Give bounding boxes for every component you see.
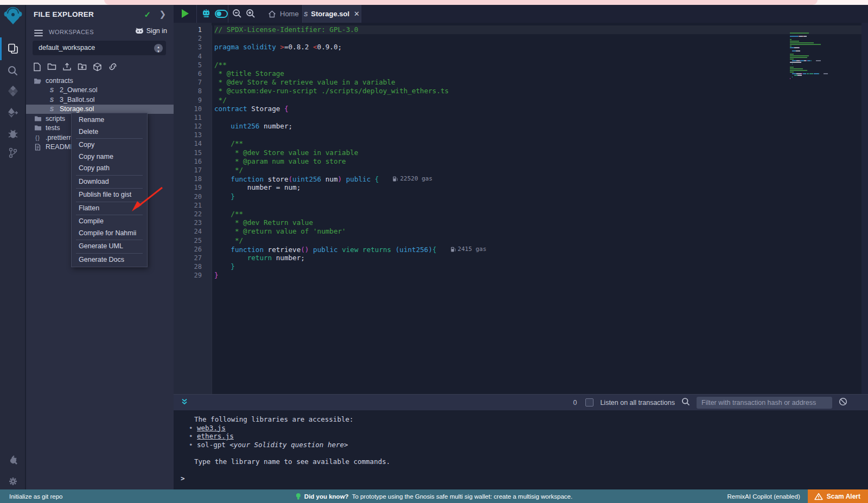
- home-icon: [268, 10, 276, 18]
- code-content: // SPDX-License-Identifier: GPL-3.0pragm…: [212, 25, 861, 394]
- tree-item-3-ballot-sol[interactable]: S3_Ballot.sol: [26, 95, 174, 105]
- folder-icon: [34, 125, 42, 131]
- line-number: 7: [174, 78, 212, 87]
- terminal[interactable]: The following libraries are accessible:•…: [174, 410, 868, 494]
- activity-rail: [0, 5, 25, 489]
- code-line-2: [214, 34, 861, 43]
- code-line-4: [214, 52, 861, 61]
- separator: [196, 5, 197, 23]
- listen-checkbox[interactable]: [585, 398, 593, 407]
- terminal-line: [174, 449, 868, 457]
- workspace-selected-value: default_workspace: [39, 44, 95, 51]
- sol-icon: S: [48, 96, 56, 103]
- code-line-26: function retrieve() public view returns …: [214, 245, 861, 254]
- line-number: 10: [174, 105, 212, 113]
- debugger-icon[interactable]: [0, 124, 25, 143]
- settings-gear-icon[interactable]: [0, 472, 25, 491]
- new-file-icon[interactable]: [33, 62, 41, 74]
- workspaces-menu-icon[interactable]: [34, 28, 43, 38]
- line-number: 27: [174, 254, 212, 262]
- library-link-web3-js[interactable]: web3.js: [197, 424, 226, 432]
- terminal-prompt[interactable]: >: [181, 474, 185, 482]
- line-number: 3: [174, 43, 212, 51]
- chevron-right-icon[interactable]: ❯: [159, 9, 166, 19]
- separator: [228, 5, 228, 23]
- tab-close-icon[interactable]: ✕: [354, 10, 360, 18]
- menu-item-generate-uml[interactable]: Generate UML: [72, 241, 147, 253]
- did-you-know-tip: Did you know? To prototype using the Gno…: [296, 493, 572, 500]
- menu-item-compile-for-nahmii[interactable]: Compile for Nahmii: [72, 228, 147, 240]
- line-number: 22: [174, 210, 212, 218]
- menu-item-rename[interactable]: Rename: [72, 114, 147, 126]
- workspace-select-arrows-icon: ▲▼: [154, 44, 163, 53]
- remix-ai-robot-icon[interactable]: [201, 8, 212, 21]
- tab-storage-sol[interactable]: S Storage.sol ✕: [302, 5, 361, 23]
- terminal-collapse-icon[interactable]: [181, 398, 188, 408]
- line-number: 2: [174, 34, 212, 43]
- tree-item-label: 3_Ballot.sol: [60, 96, 95, 104]
- upload-file-icon[interactable]: [62, 62, 72, 74]
- line-number: 6: [174, 69, 212, 78]
- zoom-in-icon[interactable]: [246, 9, 256, 21]
- toggle-knob: [216, 11, 221, 16]
- solidity-compiler-icon[interactable]: [0, 82, 25, 100]
- tip-text: To prototype using the Gnosis safe multi…: [352, 493, 573, 500]
- menu-divider: [76, 138, 143, 139]
- main-area: Home S Storage.sol ✕ 1234567891011121314…: [174, 5, 868, 489]
- menu-item-copy-name[interactable]: Copy name: [72, 151, 147, 163]
- annotation-arrow: [126, 183, 167, 216]
- minimap[interactable]: [790, 26, 851, 73]
- github-icon: [135, 27, 144, 35]
- git-icon[interactable]: [0, 144, 25, 162]
- line-number: 26: [174, 245, 212, 254]
- sign-in-button[interactable]: Sign in: [135, 27, 167, 35]
- file-icon: [34, 144, 42, 151]
- scam-alert-label: Scam Alert: [827, 493, 860, 500]
- workspaces-row: WORKSPACES Sign in: [26, 27, 174, 38]
- code-line-6: * @title Storage: [214, 69, 861, 78]
- zoom-out-icon[interactable]: [232, 9, 242, 21]
- clear-console-icon[interactable]: [839, 397, 847, 408]
- browser-top-strip: [0, 0, 868, 5]
- sol-icon: S: [48, 87, 56, 93]
- search-icon[interactable]: [0, 61, 25, 80]
- line-number: 23: [174, 218, 212, 227]
- menu-item-generate-docs[interactable]: Generate Docs: [72, 254, 147, 266]
- transaction-filter-input[interactable]: [697, 397, 832, 409]
- upload-folder-icon[interactable]: [78, 62, 87, 74]
- code-line-11: [214, 113, 861, 122]
- line-number: 5: [174, 61, 212, 69]
- new-folder-icon[interactable]: [47, 62, 56, 74]
- remix-logo-icon[interactable]: [0, 7, 25, 25]
- file-explorer-icon[interactable]: [0, 40, 25, 58]
- workspace-select[interactable]: default_workspace ▲▼: [33, 41, 166, 55]
- line-number: 8: [174, 87, 212, 95]
- terminal-search-icon[interactable]: [681, 397, 690, 408]
- line-number: 11: [174, 113, 212, 122]
- code-line-23: * @dev Return value: [214, 218, 861, 227]
- tree-item-label: contracts: [46, 77, 73, 85]
- load-from-ipfs-icon[interactable]: [93, 62, 102, 74]
- scam-alert-button[interactable]: Scam Alert: [808, 489, 868, 503]
- solidity-file-icon: S: [304, 11, 308, 17]
- tree-item-2-owner-sol[interactable]: S2_Owner.sol: [26, 86, 174, 95]
- deploy-run-icon[interactable]: [0, 104, 25, 122]
- code-editor[interactable]: 1234567891011121314151617181920212223242…: [174, 23, 868, 394]
- code-line-22: /**: [214, 210, 861, 218]
- menu-item-delete[interactable]: Delete: [72, 126, 147, 138]
- run-script-button[interactable]: [181, 9, 189, 21]
- load-from-url-icon[interactable]: [108, 62, 118, 74]
- menu-item-copy-path[interactable]: Copy path: [72, 163, 147, 175]
- copilot-status[interactable]: RemixAI Copilot (enabled): [727, 493, 800, 500]
- copilot-toggle[interactable]: [215, 10, 228, 18]
- menu-item-copy[interactable]: Copy: [72, 139, 147, 151]
- code-line-9: */: [214, 96, 861, 105]
- library-link-ethers-js[interactable]: ethers.js: [197, 432, 234, 440]
- code-line-14: /**: [214, 139, 861, 148]
- tree-item-label: .prettierrc: [46, 134, 74, 141]
- tree-item-contracts[interactable]: contracts: [26, 76, 174, 86]
- git-init-button[interactable]: Initialize as git repo: [9, 493, 62, 500]
- plugin-manager-icon[interactable]: [0, 450, 25, 469]
- menu-item-compile[interactable]: Compile: [72, 216, 147, 228]
- tab-home[interactable]: Home: [260, 5, 307, 23]
